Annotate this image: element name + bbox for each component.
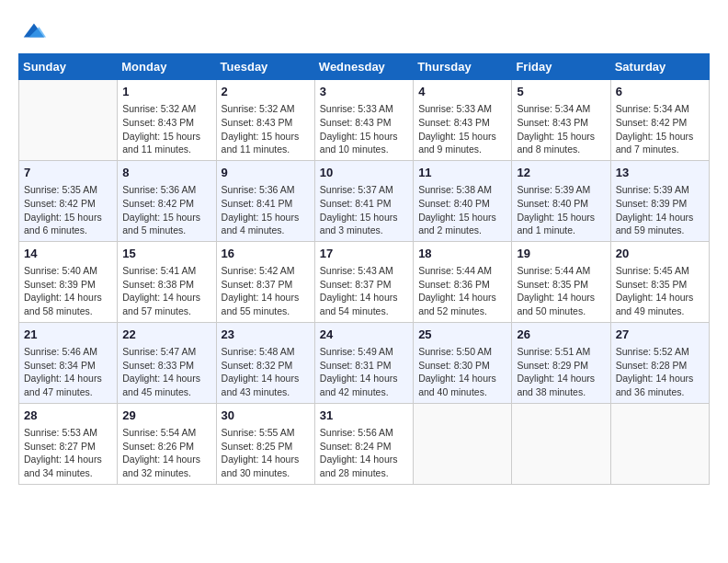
day-number: 17 — [320, 246, 408, 262]
day-number: 19 — [517, 246, 605, 262]
calendar-table: SundayMondayTuesdayWednesdayThursdayFrid… — [18, 53, 710, 485]
day-number: 20 — [616, 246, 704, 262]
day-info: Sunrise: 5:56 AM Sunset: 8:24 PM Dayligh… — [320, 426, 408, 480]
day-number: 10 — [320, 165, 408, 181]
day-info: Sunrise: 5:45 AM Sunset: 8:35 PM Dayligh… — [616, 264, 704, 318]
calendar-cell: 20Sunrise: 5:45 AM Sunset: 8:35 PM Dayli… — [610, 241, 709, 322]
calendar-cell: 8Sunrise: 5:36 AM Sunset: 8:42 PM Daylig… — [118, 160, 216, 241]
day-number: 15 — [122, 246, 210, 262]
day-info: Sunrise: 5:55 AM Sunset: 8:25 PM Dayligh… — [222, 426, 310, 480]
day-number: 26 — [517, 327, 605, 343]
day-info: Sunrise: 5:34 AM Sunset: 8:43 PM Dayligh… — [517, 102, 605, 156]
day-info: Sunrise: 5:34 AM Sunset: 8:42 PM Dayligh… — [616, 102, 704, 156]
day-info: Sunrise: 5:50 AM Sunset: 8:30 PM Dayligh… — [418, 345, 506, 399]
calendar-cell: 16Sunrise: 5:42 AM Sunset: 8:37 PM Dayli… — [216, 241, 314, 322]
day-number: 24 — [320, 327, 408, 343]
calendar-cell: 4Sunrise: 5:33 AM Sunset: 8:43 PM Daylig… — [414, 80, 512, 161]
day-number: 30 — [222, 408, 310, 424]
calendar-week-row: 1Sunrise: 5:32 AM Sunset: 8:43 PM Daylig… — [19, 80, 710, 161]
day-info: Sunrise: 5:54 AM Sunset: 8:26 PM Dayligh… — [122, 426, 210, 480]
day-info: Sunrise: 5:36 AM Sunset: 8:41 PM Dayligh… — [222, 183, 310, 237]
calendar-cell: 18Sunrise: 5:44 AM Sunset: 8:36 PM Dayli… — [414, 241, 512, 322]
logo-icon — [20, 18, 46, 44]
calendar-cell: 22Sunrise: 5:47 AM Sunset: 8:33 PM Dayli… — [118, 322, 216, 403]
calendar-cell: 21Sunrise: 5:46 AM Sunset: 8:34 PM Dayli… — [19, 322, 118, 403]
calendar-cell: 30Sunrise: 5:55 AM Sunset: 8:25 PM Dayli… — [216, 403, 314, 484]
calendar-week-row: 7Sunrise: 5:35 AM Sunset: 8:42 PM Daylig… — [19, 160, 710, 241]
day-of-week-header: Friday — [512, 54, 610, 80]
day-number: 4 — [418, 84, 506, 100]
day-info: Sunrise: 5:52 AM Sunset: 8:28 PM Dayligh… — [616, 345, 704, 399]
day-info: Sunrise: 5:42 AM Sunset: 8:37 PM Dayligh… — [222, 264, 310, 318]
calendar-header-row: SundayMondayTuesdayWednesdayThursdayFrid… — [19, 54, 710, 80]
calendar-cell: 19Sunrise: 5:44 AM Sunset: 8:35 PM Dayli… — [512, 241, 610, 322]
day-number: 1 — [122, 84, 210, 100]
day-number: 12 — [517, 165, 605, 181]
day-info: Sunrise: 5:32 AM Sunset: 8:43 PM Dayligh… — [222, 102, 310, 156]
day-number: 9 — [222, 165, 310, 181]
day-number: 6 — [616, 84, 704, 100]
day-info: Sunrise: 5:35 AM Sunset: 8:42 PM Dayligh… — [24, 183, 112, 237]
day-number: 3 — [320, 84, 408, 100]
calendar-week-row: 21Sunrise: 5:46 AM Sunset: 8:34 PM Dayli… — [19, 322, 710, 403]
calendar-cell — [512, 403, 610, 484]
day-info: Sunrise: 5:39 AM Sunset: 8:40 PM Dayligh… — [517, 183, 605, 237]
day-info: Sunrise: 5:33 AM Sunset: 8:43 PM Dayligh… — [320, 102, 408, 156]
calendar-cell: 2Sunrise: 5:32 AM Sunset: 8:43 PM Daylig… — [216, 80, 314, 161]
day-of-week-header: Tuesday — [216, 54, 314, 80]
calendar-cell: 6Sunrise: 5:34 AM Sunset: 8:42 PM Daylig… — [610, 80, 709, 161]
day-info: Sunrise: 5:49 AM Sunset: 8:31 PM Dayligh… — [320, 345, 408, 399]
page-header — [18, 18, 710, 44]
day-number: 13 — [616, 165, 704, 181]
calendar-cell: 3Sunrise: 5:33 AM Sunset: 8:43 PM Daylig… — [314, 80, 413, 161]
day-info: Sunrise: 5:33 AM Sunset: 8:43 PM Dayligh… — [418, 102, 506, 156]
calendar-cell: 31Sunrise: 5:56 AM Sunset: 8:24 PM Dayli… — [314, 403, 413, 484]
calendar-cell: 26Sunrise: 5:51 AM Sunset: 8:29 PM Dayli… — [512, 322, 610, 403]
calendar-cell: 29Sunrise: 5:54 AM Sunset: 8:26 PM Dayli… — [118, 403, 216, 484]
calendar-cell: 15Sunrise: 5:41 AM Sunset: 8:38 PM Dayli… — [118, 241, 216, 322]
calendar-cell: 23Sunrise: 5:48 AM Sunset: 8:32 PM Dayli… — [216, 322, 314, 403]
day-of-week-header: Wednesday — [314, 54, 413, 80]
calendar-cell — [414, 403, 512, 484]
calendar-cell: 27Sunrise: 5:52 AM Sunset: 8:28 PM Dayli… — [610, 322, 709, 403]
day-number: 18 — [418, 246, 506, 262]
calendar-cell — [610, 403, 709, 484]
calendar-cell: 14Sunrise: 5:40 AM Sunset: 8:39 PM Dayli… — [19, 241, 118, 322]
calendar-cell: 11Sunrise: 5:38 AM Sunset: 8:40 PM Dayli… — [414, 160, 512, 241]
calendar-cell: 28Sunrise: 5:53 AM Sunset: 8:27 PM Dayli… — [19, 403, 118, 484]
day-number: 16 — [222, 246, 310, 262]
calendar-cell: 13Sunrise: 5:39 AM Sunset: 8:39 PM Dayli… — [610, 160, 709, 241]
day-number: 2 — [222, 84, 310, 100]
day-number: 25 — [418, 327, 506, 343]
day-of-week-header: Thursday — [414, 54, 512, 80]
calendar-cell: 24Sunrise: 5:49 AM Sunset: 8:31 PM Dayli… — [314, 322, 413, 403]
day-of-week-header: Monday — [118, 54, 216, 80]
day-number: 8 — [122, 165, 210, 181]
day-number: 11 — [418, 165, 506, 181]
day-number: 22 — [122, 327, 210, 343]
day-info: Sunrise: 5:40 AM Sunset: 8:39 PM Dayligh… — [24, 264, 112, 318]
day-number: 27 — [616, 327, 704, 343]
day-number: 7 — [24, 165, 112, 181]
day-info: Sunrise: 5:53 AM Sunset: 8:27 PM Dayligh… — [24, 426, 112, 480]
day-number: 5 — [517, 84, 605, 100]
calendar-cell: 12Sunrise: 5:39 AM Sunset: 8:40 PM Dayli… — [512, 160, 610, 241]
day-number: 21 — [24, 327, 112, 343]
calendar-week-row: 14Sunrise: 5:40 AM Sunset: 8:39 PM Dayli… — [19, 241, 710, 322]
day-number: 29 — [122, 408, 210, 424]
calendar-cell: 7Sunrise: 5:35 AM Sunset: 8:42 PM Daylig… — [19, 160, 118, 241]
calendar-cell: 10Sunrise: 5:37 AM Sunset: 8:41 PM Dayli… — [314, 160, 413, 241]
day-info: Sunrise: 5:36 AM Sunset: 8:42 PM Dayligh… — [122, 183, 210, 237]
calendar-cell: 17Sunrise: 5:43 AM Sunset: 8:37 PM Dayli… — [314, 241, 413, 322]
day-info: Sunrise: 5:43 AM Sunset: 8:37 PM Dayligh… — [320, 264, 408, 318]
day-info: Sunrise: 5:48 AM Sunset: 8:32 PM Dayligh… — [222, 345, 310, 399]
calendar-cell: 5Sunrise: 5:34 AM Sunset: 8:43 PM Daylig… — [512, 80, 610, 161]
day-of-week-header: Saturday — [610, 54, 709, 80]
calendar-cell: 1Sunrise: 5:32 AM Sunset: 8:43 PM Daylig… — [118, 80, 216, 161]
day-info: Sunrise: 5:37 AM Sunset: 8:41 PM Dayligh… — [320, 183, 408, 237]
day-info: Sunrise: 5:47 AM Sunset: 8:33 PM Dayligh… — [122, 345, 210, 399]
day-info: Sunrise: 5:44 AM Sunset: 8:35 PM Dayligh… — [517, 264, 605, 318]
calendar-cell: 9Sunrise: 5:36 AM Sunset: 8:41 PM Daylig… — [216, 160, 314, 241]
day-info: Sunrise: 5:38 AM Sunset: 8:40 PM Dayligh… — [418, 183, 506, 237]
day-info: Sunrise: 5:32 AM Sunset: 8:43 PM Dayligh… — [122, 102, 210, 156]
